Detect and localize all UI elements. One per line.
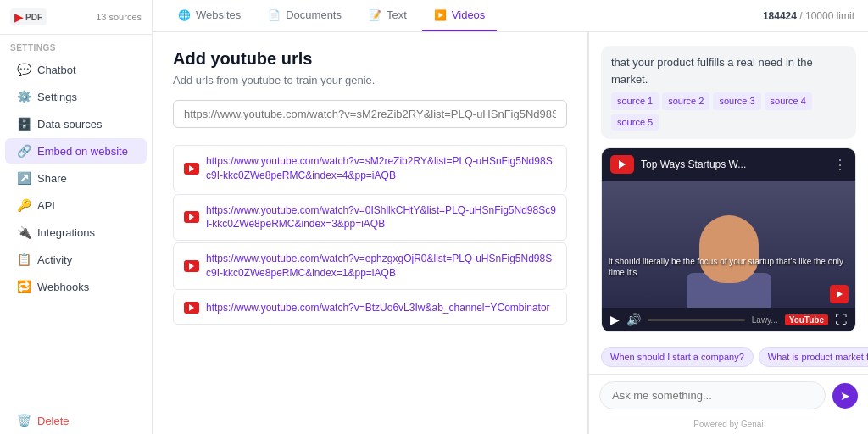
tabs-left: 🌐 Websites 📄 Documents 📝 Text ▶️ Videos — [166, 0, 497, 31]
sidebar-item-label: Activity — [37, 253, 72, 266]
fullscreen-button[interactable]: ⛶ — [835, 313, 847, 326]
youtube-logo-icon: ▶ — [14, 10, 24, 24]
youtube-icon — [184, 163, 199, 175]
delete-icon: 🗑️ — [17, 414, 31, 427]
speaker-label: Lawy... — [752, 315, 778, 325]
text-tab-icon: 📝 — [369, 9, 381, 21]
sidebar-item-label: Share — [37, 172, 67, 185]
activity-icon: 📋 — [17, 253, 31, 266]
content-area: Add youtube urls Add urls from youtube t… — [153, 32, 868, 434]
progress-bar[interactable] — [648, 319, 745, 321]
chat-suggestions: When should I start a company? What is p… — [589, 340, 868, 374]
url-input-row — [173, 100, 567, 128]
limit-current: 184424 — [763, 10, 797, 22]
tabs-bar: 🌐 Websites 📄 Documents 📝 Text ▶️ Videos … — [153, 0, 868, 32]
sidebar-item-share[interactable]: ↗️ Share — [5, 165, 147, 191]
delete-button[interactable]: 🗑️ Delete — [5, 408, 147, 433]
sidebar-item-label: Settings — [37, 91, 77, 103]
video-options-button[interactable]: ⋮ — [833, 157, 847, 173]
sidebar-item-integrations[interactable]: 🔌 Integrations — [5, 220, 147, 245]
pdf-logo-icon: PDF — [25, 13, 42, 22]
delete-label: Delete — [37, 415, 70, 427]
sidebar-item-data-sources[interactable]: 🗄️ Data sources — [5, 111, 147, 136]
documents-tab-icon: 📄 — [268, 9, 281, 21]
sidebar-item-settings[interactable]: ⚙️ Settings — [5, 84, 147, 109]
logo-badge: ▶ PDF — [10, 8, 47, 25]
sidebar-item-label: Data sources — [37, 118, 103, 131]
sidebar-item-label: API — [37, 199, 55, 212]
tab-websites-label: Websites — [196, 8, 241, 21]
send-arrow-icon: ➤ — [840, 389, 850, 403]
chat-input[interactable] — [599, 381, 826, 409]
url-item: https://www.youtube.com/watch?v=ephzgxgO… — [173, 242, 567, 290]
chatbot-icon: 💬 — [17, 63, 31, 76]
youtube-icon — [184, 211, 199, 223]
sidebar-item-api[interactable]: 🔑 API — [5, 192, 147, 218]
tab-text-label: Text — [387, 8, 407, 21]
data-sources-icon: 🗄️ — [17, 117, 31, 131]
url-list: https://www.youtube.com/watch?v=sM2reZib… — [173, 145, 567, 325]
sidebar-item-webhooks[interactable]: 🔁 Webhooks — [5, 274, 147, 299]
limit-display: 184424 / 10000 limit — [763, 10, 854, 22]
suggestion-chip-2[interactable]: What is product market f — [759, 347, 868, 367]
video-header: Top Ways Startups W... ⋮ — [602, 148, 855, 181]
tab-documents[interactable]: 📄 Documents — [256, 0, 353, 31]
embed-icon: 🔗 — [17, 144, 31, 158]
youtube-icon — [184, 302, 199, 314]
source-tag-4[interactable]: source 4 — [765, 92, 812, 110]
sidebar-item-activity[interactable]: 📋 Activity — [5, 247, 147, 272]
video-title: Top Ways Startups W... — [641, 159, 826, 170]
video-controls: ▶ 🔊 Lawy... YouTube ⛶ — [602, 308, 855, 331]
source-tags: source 1 source 2 source 3 source 4 sour… — [611, 92, 846, 131]
source-tag-2[interactable]: source 2 — [662, 92, 709, 110]
youtube-panel: Add youtube urls Add urls from youtube t… — [153, 32, 588, 434]
source-tag-5[interactable]: source 5 — [611, 114, 659, 131]
send-button[interactable]: ➤ — [832, 383, 858, 409]
source-tag-3[interactable]: source 3 — [713, 92, 760, 110]
suggestion-chip-1[interactable]: When should I start a company? — [601, 347, 754, 367]
url-input[interactable] — [173, 100, 567, 128]
chat-panel: that your product fulfills a real need i… — [588, 32, 868, 434]
url-item: https://www.youtube.com/watch?v=sM2reZib… — [173, 145, 567, 192]
sidebar-item-label: Webhooks — [37, 281, 89, 293]
url-link[interactable]: https://www.youtube.com/watch?v=0IShllkC… — [206, 203, 556, 232]
play-button[interactable]: ▶ — [610, 313, 620, 326]
sources-count: 13 sources — [96, 12, 142, 22]
videos-tab-icon: ▶️ — [434, 9, 447, 21]
url-item: https://www.youtube.com/watch?v=0IShllkC… — [173, 194, 567, 242]
sidebar-item-label: Integrations — [37, 226, 95, 239]
youtube-icon — [184, 260, 199, 272]
url-link[interactable]: https://www.youtube.com/watch?v=ephzgxgO… — [206, 252, 556, 281]
sidebar-item-chatbot[interactable]: 💬 Chatbot — [5, 57, 147, 82]
sidebar-item-embed[interactable]: 🔗 Embed on website — [5, 138, 147, 164]
sidebar: ▶ PDF 13 sources SETTINGS 💬 Chatbot ⚙️ S… — [0, 0, 153, 434]
url-link[interactable]: https://www.youtube.com/watch?v=BtzUo6vL… — [206, 301, 550, 315]
webhooks-icon: 🔁 — [17, 280, 31, 293]
tab-text[interactable]: 📝 Text — [357, 0, 419, 31]
url-item: https://www.youtube.com/watch?v=BtzUo6vL… — [173, 292, 567, 325]
sidebar-item-label: Embed on website — [37, 145, 128, 158]
chat-message: that your product fulfills a real need i… — [601, 46, 856, 139]
sidebar-header: ▶ PDF 13 sources — [0, 0, 152, 35]
websites-tab-icon: 🌐 — [178, 9, 191, 21]
tab-videos[interactable]: ▶️ Videos — [422, 0, 498, 31]
video-thumbnail: it should literally be the focus of your… — [602, 181, 855, 308]
chat-input-row: ➤ — [589, 374, 868, 416]
api-icon: 🔑 — [17, 198, 31, 212]
video-yt-logo-icon — [610, 155, 634, 174]
video-card: Top Ways Startups W... ⋮ it should liter… — [601, 147, 856, 332]
integrations-icon: 🔌 — [17, 225, 31, 239]
powered-by: Powered by Genai — [589, 416, 868, 434]
sidebar-item-label: Chatbot — [37, 64, 76, 76]
video-overlay-logo-icon — [830, 285, 849, 303]
url-link[interactable]: https://www.youtube.com/watch?v=sM2reZib… — [206, 154, 556, 183]
panel-subtitle: Add urls from youtube to train your geni… — [173, 74, 567, 86]
tab-websites[interactable]: 🌐 Websites — [166, 0, 253, 31]
chat-messages: that your product fulfills a real need i… — [589, 32, 868, 340]
youtube-ctrl-label: YouTube — [785, 314, 828, 326]
tab-videos-label: Videos — [452, 8, 486, 21]
person-silhouette — [602, 181, 855, 308]
volume-button[interactable]: 🔊 — [626, 313, 641, 326]
source-tag-1[interactable]: source 1 — [611, 92, 659, 110]
share-icon: ↗️ — [17, 171, 31, 185]
